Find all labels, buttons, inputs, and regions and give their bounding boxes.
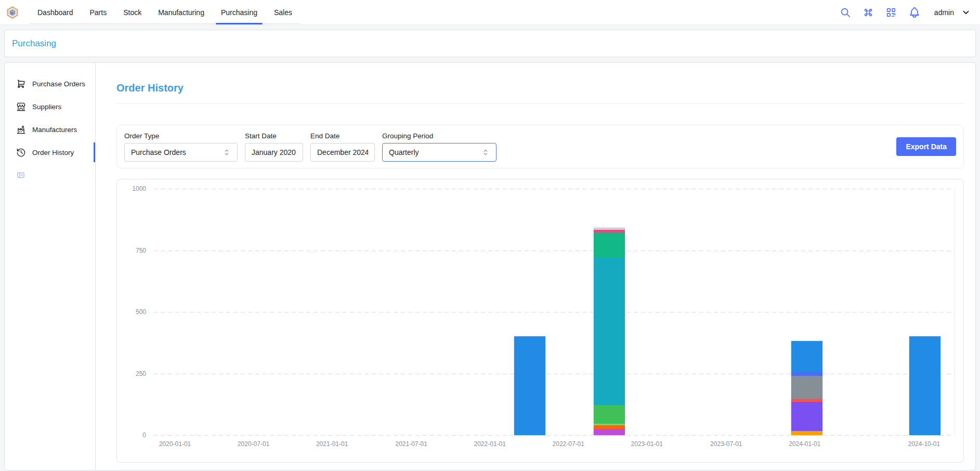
order-type-value: Purchase Orders (131, 148, 186, 156)
inventree-logo-icon[interactable] (5, 5, 20, 20)
navbar-actions: admin (840, 6, 971, 19)
x-axis-label: 2024-01-01 (789, 440, 820, 448)
sidebar-item-label: Order History (32, 149, 74, 156)
page-title: Order History (116, 81, 964, 95)
grouping-period-label: Grouping Period (382, 132, 496, 140)
y-gridline (153, 374, 955, 374)
end-date-input[interactable] (310, 143, 375, 162)
grouping-period-value: Quarterly (389, 148, 419, 156)
tab-dashboard[interactable]: Dashboard (29, 0, 82, 25)
y-gridline (153, 189, 955, 189)
tab-label: Stock (123, 8, 141, 17)
sidebar-item-manufacturers[interactable]: Manufacturers (5, 118, 95, 141)
order-history-chart: 025050075010002020-01-012020-07-012021-0… (116, 179, 964, 463)
grouping-period-select[interactable]: Quarterly (382, 143, 496, 162)
top-navbar: Dashboard Parts Stock Manufacturing Purc… (0, 0, 980, 25)
chart-bar-segment (791, 402, 822, 431)
chart-bar-segment (791, 431, 822, 435)
tab-parts[interactable]: Parts (82, 0, 115, 25)
y-axis-label: 500 (120, 308, 146, 316)
sidebar-item-suppliers[interactable]: Suppliers (5, 95, 95, 118)
order-type-select[interactable]: Purchase Orders (124, 143, 238, 162)
chart-bar[interactable] (909, 336, 940, 435)
bell-icon[interactable] (908, 6, 921, 19)
main-tabs: Dashboard Parts Stock Manufacturing Purc… (29, 0, 300, 25)
command-icon[interactable] (863, 7, 874, 18)
tab-sales[interactable]: Sales (266, 0, 300, 25)
username: admin (934, 8, 954, 17)
y-gridline (153, 251, 955, 251)
x-axis-label: 2023-07-01 (710, 440, 742, 448)
y-axis-label: 0 (120, 431, 146, 439)
grouping-period-field: Grouping Period Quarterly (382, 132, 496, 162)
qr-code-icon[interactable] (885, 7, 897, 18)
factory-icon (16, 125, 26, 135)
y-gridline (153, 435, 955, 436)
sidebar-item-label: Purchase Orders (32, 80, 85, 88)
search-icon[interactable] (840, 7, 851, 18)
y-axis-label: 750 (120, 247, 146, 254)
tab-stock[interactable]: Stock (115, 0, 150, 25)
breadcrumb[interactable]: Purchasing (12, 38, 56, 49)
x-axis-label: 2021-01-01 (316, 440, 348, 448)
x-axis-label: 2022-07-01 (553, 440, 584, 448)
x-axis-label: 2022-01-01 (474, 440, 506, 448)
tab-label: Parts (90, 8, 107, 17)
x-axis-label: 2020-01-01 (159, 440, 191, 448)
start-date-input[interactable] (245, 143, 303, 162)
building-store-icon (16, 102, 26, 112)
order-type-label: Order Type (124, 132, 238, 140)
breadcrumb-bar: Purchasing (4, 30, 976, 57)
chart-bar-segment (594, 425, 625, 429)
chart-bar-segment (594, 405, 625, 424)
shopping-cart-icon (16, 79, 26, 89)
export-data-button[interactable]: Export Data (896, 137, 956, 156)
order-history-content: Order History Order Type Purchase Orders… (96, 63, 975, 470)
start-date-field: Start Date (245, 132, 303, 162)
chart-bar-segment (594, 429, 625, 435)
x-axis-label: 2024-10-01 (908, 440, 940, 448)
sidebar-item-label: Suppliers (32, 103, 61, 111)
chart-bar[interactable] (594, 228, 625, 435)
selector-chevrons-icon (223, 148, 231, 156)
chart-bar-segment (791, 341, 822, 372)
tab-label: Manufacturing (158, 8, 204, 17)
y-gridline (153, 312, 955, 312)
chart-bar-segment (594, 232, 625, 257)
chart-bar[interactable] (791, 341, 822, 435)
filter-toolbar: Order Type Purchase Orders Start Date En… (116, 125, 964, 168)
end-date-label: End Date (310, 132, 375, 140)
tab-label: Purchasing (221, 8, 257, 17)
tab-label: Sales (274, 8, 292, 17)
x-axis-label: 2020-07-01 (238, 440, 269, 448)
selector-chevrons-icon (481, 148, 490, 156)
end-date-field: End Date (310, 132, 375, 162)
chart-bar-segment (594, 257, 625, 405)
tab-purchasing[interactable]: Purchasing (213, 0, 266, 25)
sidebar-item-purchase-orders[interactable]: Purchase Orders (5, 72, 95, 95)
sidebar-item-label: Manufacturers (32, 126, 77, 134)
main-panel: Purchase Orders Suppliers Manufacturers … (4, 62, 976, 470)
title-divider (116, 103, 964, 104)
chart-plot: 025050075010002020-01-012020-07-012021-0… (153, 189, 955, 435)
chart-bar[interactable] (514, 336, 545, 435)
x-axis-label: 2023-01-01 (631, 440, 663, 448)
history-icon (16, 148, 26, 158)
chevron-down-icon (961, 8, 971, 17)
y-axis-label: 250 (120, 370, 146, 377)
chart-bar-segment (791, 372, 822, 376)
sidebar-item-order-history[interactable]: Order History (5, 141, 95, 164)
y-axis-label: 1000 (120, 185, 146, 192)
chart-bar-segment (909, 336, 940, 435)
user-menu[interactable]: admin (934, 8, 971, 17)
purchasing-sidebar: Purchase Orders Suppliers Manufacturers … (5, 63, 96, 470)
order-type-field: Order Type Purchase Orders (124, 132, 238, 162)
chart-bar-segment (514, 336, 545, 435)
chart-bar-segment (791, 376, 822, 399)
sidebar-collapse-icon[interactable] (16, 171, 25, 179)
tab-label: Dashboard (37, 8, 73, 17)
tab-manufacturing[interactable]: Manufacturing (150, 0, 213, 25)
x-axis-label: 2021-07-01 (395, 440, 427, 448)
start-date-label: Start Date (245, 132, 303, 140)
